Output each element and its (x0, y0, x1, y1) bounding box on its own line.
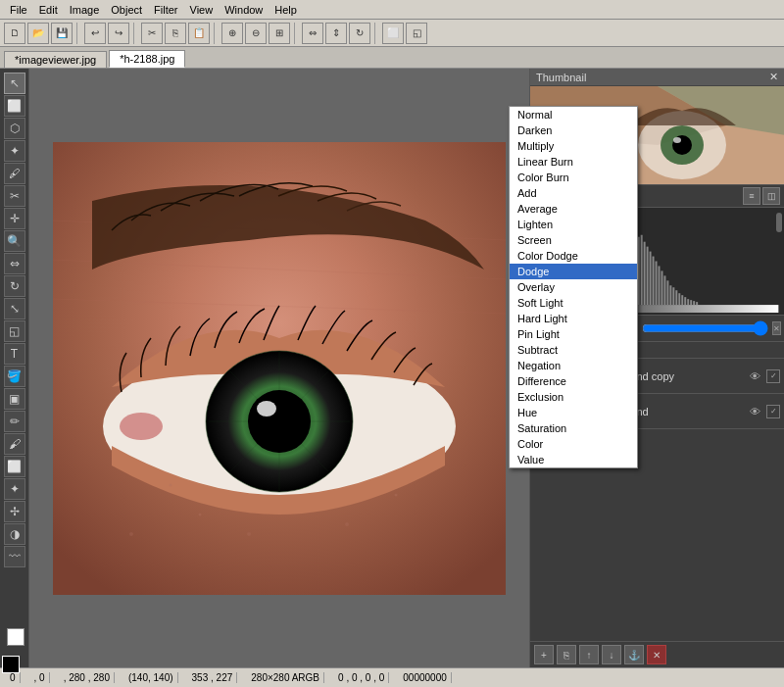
menu-edit[interactable]: Edit (33, 0, 64, 19)
background-color[interactable] (7, 628, 24, 646)
menu-help[interactable]: Help (269, 0, 303, 19)
undo-button[interactable]: ↩ (84, 23, 106, 44)
status-hex: 00000000 (399, 672, 452, 683)
flip-v-button[interactable]: ⇕ (325, 23, 347, 44)
histogram-scrollbar[interactable] (776, 213, 782, 232)
tool-rect-select[interactable]: ⬜ (4, 95, 25, 117)
dd-negation[interactable]: Negation (510, 358, 637, 373)
menu-bar: File Edit Image Object Filter View Windo… (0, 0, 784, 20)
menu-object[interactable]: Object (105, 0, 148, 19)
layer-anchor-btn[interactable]: ⚓ (624, 645, 644, 664)
dd-overlay[interactable]: Overlay (510, 279, 637, 295)
copy-button[interactable]: ⎘ (165, 23, 186, 44)
canvas-area[interactable] (29, 69, 529, 667)
layer-down-btn[interactable]: ↓ (602, 645, 621, 664)
tool-flip[interactable]: ⇔ (4, 253, 25, 274)
svg-rect-70 (663, 275, 665, 305)
svg-rect-66 (653, 257, 655, 306)
tool-rotate[interactable]: ↻ (4, 275, 25, 297)
foreground-color[interactable] (2, 656, 20, 673)
toolbar-separator-3 (214, 23, 218, 44)
dd-linear-burn[interactable]: Linear Burn (510, 154, 637, 170)
redo-button[interactable]: ↪ (108, 23, 129, 44)
dd-add[interactable]: Add (510, 185, 637, 201)
tool-color-pick[interactable]: 🖋 (4, 163, 25, 184)
zoom-fit-button[interactable]: ⊞ (269, 23, 290, 44)
paste-button[interactable]: 📋 (188, 23, 210, 44)
svg-rect-65 (650, 252, 652, 306)
dd-average[interactable]: Average (510, 201, 637, 217)
channel-btn[interactable]: ≡ (743, 187, 760, 205)
tool-crop[interactable]: ✂ (4, 185, 25, 207)
tool-smudge[interactable]: 〰 (4, 546, 25, 567)
rotate-button[interactable]: ↻ (349, 23, 370, 44)
layer-lock-bgcopy[interactable]: ✓ (766, 369, 780, 383)
zoom-out-button[interactable]: ⊖ (245, 23, 267, 44)
dd-hard-light[interactable]: Hard Light (510, 311, 637, 326)
dd-darken[interactable]: Darken (510, 123, 637, 138)
tool-perspective[interactable]: ◱ (4, 320, 25, 342)
dd-lighten[interactable]: Lighten (510, 217, 637, 232)
tool-bucket-fill[interactable]: 🪣 (4, 366, 25, 387)
opacity-slider[interactable] (642, 320, 768, 336)
dd-screen[interactable]: Screen (510, 232, 637, 248)
save-button[interactable]: 💾 (51, 23, 73, 44)
tool-clone[interactable]: ✦ (4, 478, 25, 500)
dd-normal[interactable]: Normal (510, 107, 637, 123)
menu-window[interactable]: Window (219, 0, 269, 19)
svg-rect-68 (658, 266, 660, 305)
tool-fuzzy-select[interactable]: ✦ (4, 140, 25, 162)
dd-saturation[interactable]: Saturation (510, 420, 637, 436)
dd-value[interactable]: Value (510, 452, 637, 467)
tool-free-select[interactable]: ⬡ (4, 118, 25, 139)
tool-zoom[interactable]: 🔍 (4, 230, 25, 252)
menu-image[interactable]: Image (64, 0, 106, 19)
blend-close-btn[interactable]: ✕ (772, 321, 781, 335)
tool-eraser[interactable]: ⬜ (4, 456, 25, 477)
zoom-in-button[interactable]: ⊕ (221, 23, 243, 44)
dd-color-dodge[interactable]: Color Dodge (510, 248, 637, 264)
menu-file[interactable]: File (4, 0, 33, 19)
menu-view[interactable]: View (184, 0, 220, 19)
dd-color-burn[interactable]: Color Burn (510, 170, 637, 185)
layer-visibility-bgcopy[interactable]: 👁 (747, 368, 762, 384)
tool-text[interactable]: T (4, 343, 25, 365)
tool-arrow[interactable]: ↖ (4, 73, 25, 94)
dd-subtract[interactable]: Subtract (510, 342, 637, 358)
dd-multiply[interactable]: Multiply (510, 138, 637, 154)
new-button[interactable]: 🗋 (4, 23, 25, 44)
thumbnail-close[interactable]: ✕ (769, 71, 778, 83)
status-coords: (140, 140) (124, 672, 178, 683)
tool-brush[interactable]: 🖌 (4, 433, 25, 455)
perspective-button[interactable]: ◱ (406, 23, 427, 44)
tab-h2188[interactable]: *h-2188.jpg (109, 50, 185, 68)
dd-difference[interactable]: Difference (510, 373, 637, 389)
tab-imageviewer[interactable]: *imageviewer.jpg (4, 51, 107, 68)
layer-delete-btn[interactable]: ✕ (647, 645, 666, 664)
tool-heal[interactable]: ✢ (4, 501, 25, 522)
dd-soft-light[interactable]: Soft Light (510, 295, 637, 311)
tool-dodge-burn[interactable]: ◑ (4, 523, 25, 545)
tool-pencil[interactable]: ✏ (4, 411, 25, 432)
transform-button[interactable]: ⬜ (382, 23, 404, 44)
blend-mode-dropdown[interactable]: Normal Darken Multiply Linear Burn Color… (509, 106, 638, 468)
layer-duplicate-btn[interactable]: ⎘ (557, 645, 576, 664)
menu-filter[interactable]: Filter (148, 0, 183, 19)
layer-lock-bg[interactable]: ✓ (766, 405, 780, 418)
layer-new-btn[interactable]: + (534, 645, 554, 664)
dd-exclusion[interactable]: Exclusion (510, 389, 637, 405)
histogram-btn[interactable]: ◫ (762, 187, 780, 205)
flip-h-button[interactable]: ⇔ (302, 23, 323, 44)
tool-scale[interactable]: ⤡ (4, 298, 25, 319)
tool-move[interactable]: ✛ (4, 208, 25, 229)
open-button[interactable]: 📂 (27, 23, 49, 44)
layer-up-btn[interactable]: ↑ (579, 645, 599, 664)
cut-button[interactable]: ✂ (141, 23, 163, 44)
dd-dodge[interactable]: Dodge (510, 264, 637, 279)
status-x: 0 (6, 672, 21, 683)
dd-color[interactable]: Color (510, 436, 637, 452)
layer-visibility-bg[interactable]: 👁 (747, 404, 762, 419)
dd-hue[interactable]: Hue (510, 405, 637, 420)
tool-blend[interactable]: ▣ (4, 388, 25, 410)
dd-pin-light[interactable]: Pin Light (510, 326, 637, 342)
